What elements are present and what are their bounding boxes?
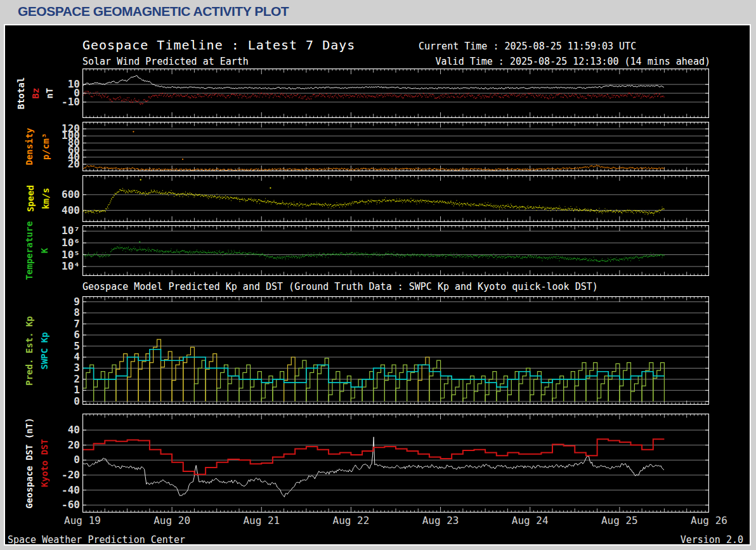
y-tick-label: 40 [42,424,80,436]
y-tick-label: 10⁷ [42,225,80,237]
x-axis-label: Aug 19 [51,514,114,527]
axis-label-dst-1: Kyoto DST [39,439,49,487]
axis-label-temperature-0: Temperature [24,221,34,280]
y-tick-label: -60 [42,499,80,511]
x-axis-label: Aug 22 [319,514,382,527]
axis-label-kp-1: SWPC Kp [39,332,49,369]
y-tick-label: 7 [42,318,80,330]
axis-label-density-0: Density [24,128,34,165]
current-time-label: Current Time : 2025-08-25 11:59:03 UTC [419,41,636,52]
page-title: GEOSPACE GEOMAGNETIC ACTIVITY PLOT [18,4,289,19]
axis-label-solar-wind-b-2: nT [44,88,55,99]
y-tick-label: 20 [42,159,80,170]
solar-wind-subtitle: Solar Wind Predicted at Earth [82,56,249,67]
axis-label-solar-wind-b-0: Btotal [16,77,26,110]
axis-label-dst-0: Geospace DST (nT) [24,417,34,508]
x-axis-label: Aug 24 [499,514,562,527]
x-axis-label: Aug 26 [677,514,741,527]
footer-credit: Space Weather Prediction Center [8,534,185,546]
kp-dst-section-title: Geospace Model Predicted Kp and DST (Gro… [82,281,598,292]
axis-label-kp-0: Pred. Est. Kp [24,316,34,386]
x-axis-label: Aug 20 [140,514,204,527]
x-axis-label: Aug 25 [588,514,651,527]
panel-density [82,122,709,171]
y-tick-label: 0 [42,396,80,407]
axis-label-speed-0: Speed [25,185,36,212]
axis-label-solar-wind-b-1: Bz [30,88,41,99]
y-tick-label: 10⁴ [42,261,80,272]
valid-time-label: Valid Time : 2025-08-25 12:13:00 (14 min… [436,56,710,67]
footer-version: Version 2.0 [681,534,743,546]
panel-temperature [82,225,709,276]
axis-label-speed-1: km/s [41,188,51,209]
y-tick-label: 9 [42,296,80,308]
y-tick-label: 2 [42,374,80,385]
panel-speed [82,175,709,222]
y-tick-label: 1 [42,384,80,396]
x-axis-label: Aug 23 [409,514,472,527]
axis-label-temperature-1: K [39,248,49,253]
panel-kp [82,296,709,405]
panel-dst [82,414,709,513]
plot-main-title: Geospace Timeline : Latest 7 Days [82,37,355,53]
panel-solar-wind-b [82,69,709,118]
x-axis-label: Aug 21 [230,514,293,527]
y-tick-label: 8 [42,307,80,318]
axis-label-density-1: p/cm³ [41,133,51,160]
y-tick-label: 10⁶ [42,237,80,249]
page: GEOSPACE GEOMAGNETIC ACTIVITY PLOT Geosp… [0,0,756,550]
